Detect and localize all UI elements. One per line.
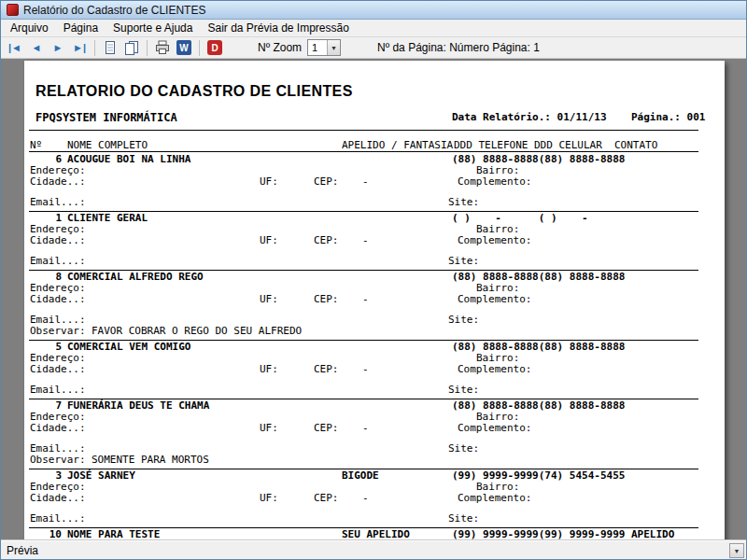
record-observar-row: Observar: SOMENTE PARA MORTOS (24, 455, 725, 466)
menu-arquivo[interactable]: Arquivo (3, 20, 56, 36)
label-cep: CEP: (314, 364, 339, 375)
previous-page-icon: ◄ (32, 43, 42, 53)
label-cidade: Cidade..: (30, 294, 86, 305)
record-cidade-row: Cidade..: UF: CEP: - Complemento: (24, 235, 725, 246)
next-page-icon: ► (53, 43, 63, 53)
zoom-select[interactable]: 1 ▼ (307, 39, 341, 56)
toolbar-separator (147, 40, 148, 56)
label-cep: CEP: (314, 235, 339, 246)
client-record: 7 FUNERÁRIA DEUS TE CHAMA (88) 8888-8888… (24, 400, 725, 469)
last-page-icon: ►| (73, 43, 86, 53)
status-label: Prévia (7, 544, 38, 557)
label-cidade: Cidade..: (30, 235, 86, 246)
column-header-divider (29, 151, 698, 152)
app-window: Relatório do Cadastro de CLIENTES Arquiv… (0, 0, 747, 560)
menu-bar: Arquivo Página Suporte e Ajuda Sair da P… (1, 20, 746, 37)
menu-suporte-e-ajuda[interactable]: Suporte e Ajuda (106, 20, 200, 36)
report-page: RELATORIO DO CADASTRO DE CLIENTES FPQSYS… (24, 61, 725, 540)
label-uf: UF: (260, 364, 278, 375)
record-nome: COMERCIAL VEM COMIGO (67, 342, 190, 353)
record-spacer (24, 434, 725, 443)
record-endereco-row: Endereço: Bairro: (24, 283, 725, 294)
first-page-button[interactable]: |◄ (5, 38, 25, 57)
label-cep: CEP: (314, 294, 339, 305)
chevron-down-icon: ▼ (327, 40, 340, 55)
record-nome: FUNERÁRIA DEUS TE CHAMA (67, 400, 209, 412)
column-contato: CONTATO (614, 139, 657, 151)
label-complemento: Complemento: (458, 235, 531, 246)
client-record: 1 CLIENTE GERAL ( ) - ( ) - Endereço: Ba… (24, 213, 725, 271)
label-uf: UF: (260, 294, 278, 305)
record-endereco-row: Endereço: Bairro: (24, 224, 725, 235)
client-record: 5 COMERCIAL VEM COMIGO (88) 8888-8888(88… (24, 342, 725, 399)
menu-pagina[interactable]: Página (56, 20, 106, 36)
multi-page-icon (124, 40, 139, 55)
pdf-export-icon: D (207, 40, 222, 55)
client-record: 10 NOME PARA TESTE SEU APELIDO (99) 9999… (24, 529, 725, 540)
title-bar: Relatório do Cadastro de CLIENTES (1, 1, 746, 20)
record-name-row: 6 ACOUGUE BOI NA LINHA (88) 8888-8888(88… (24, 154, 725, 165)
label-uf: UF: (260, 423, 278, 434)
next-page-button[interactable]: ► (48, 38, 68, 57)
status-bar: Prévia ▼ (1, 540, 746, 559)
toolbar: |◄ ◄ ► ►| W D Nº Zoom 1 ▼ Nº da Página: … (1, 37, 746, 59)
column-num: Nº (30, 139, 42, 151)
window-title: Relatório do Cadastro de CLIENTES (23, 4, 205, 17)
first-page-icon: |◄ (8, 43, 21, 53)
label-cep-dash: - (362, 176, 369, 188)
client-record: 3 JOSÉ SARNEY BIGODE (99) 9999-9999(74) … (24, 470, 725, 528)
report-page-number: Página.: 001 (631, 111, 705, 123)
record-cidade-row: Cidade..: UF: CEP: - Complemento: (24, 364, 725, 375)
label-cidade: Cidade..: (30, 423, 86, 434)
record-email-row: Email...: Site: (24, 385, 725, 396)
zoom-value: 1 (308, 40, 327, 55)
record-observar-value: FAVOR COBRAR O REGO DO SEU ALFREDO (92, 326, 302, 337)
record-name-row: 7 FUNERÁRIA DEUS TE CHAMA (88) 8888-8888… (24, 400, 725, 412)
label-observar: Observar: (30, 326, 86, 337)
record-endereco-row: Endereço: Bairro: (24, 412, 725, 423)
label-uf: UF: (260, 235, 278, 246)
export-word-button[interactable]: W (174, 38, 194, 57)
last-page-button[interactable]: ►| (69, 38, 90, 57)
record-nome: COMERCIAL ALFREDO REGO (67, 272, 204, 283)
label-complemento: Complemento: (458, 493, 531, 504)
column-telefone: DDD TELEFONE (454, 139, 528, 151)
status-dropdown-button[interactable]: ▼ (729, 543, 744, 558)
record-telefones: ( ) - ( ) - (452, 213, 588, 224)
label-site: Site: (448, 315, 479, 326)
record-cidade-row: Cidade..: UF: CEP: - Complemento: (24, 493, 725, 504)
record-name-row: 5 COMERCIAL VEM COMIGO (88) 8888-8888(88… (24, 342, 725, 353)
label-cidade: Cidade..: (30, 176, 86, 188)
record-nome: ACOUGUE BOI NA LINHA (67, 154, 190, 165)
label-site: Site: (448, 513, 479, 525)
record-spacer (24, 305, 725, 315)
previous-page-button[interactable]: ◄ (26, 38, 47, 57)
label-cep-dash: - (362, 294, 369, 305)
record-spacer (24, 246, 725, 256)
single-page-view-button[interactable] (100, 38, 120, 57)
preview-workspace[interactable]: RELATORIO DO CADASTRO DE CLIENTES FPQSYS… (1, 59, 746, 540)
label-cep-dash: - (362, 493, 369, 504)
column-nome: NOME COMPLETO (67, 139, 148, 151)
record-name-row: 3 JOSÉ SARNEY BIGODE (99) 9999-9999(74) … (24, 470, 725, 482)
record-list: 6 ACOUGUE BOI NA LINHA (88) 8888-8888(88… (24, 154, 725, 540)
page-info-text: Nº da Página: Número Página: 1 (377, 41, 540, 54)
label-observar: Observar: (30, 455, 86, 466)
word-export-icon: W (176, 40, 191, 55)
multi-page-view-button[interactable] (121, 38, 142, 57)
record-name-row: 1 CLIENTE GERAL ( ) - ( ) - (24, 213, 725, 224)
label-email: Email...: (30, 385, 86, 396)
export-pdf-button[interactable]: D (204, 38, 225, 57)
label-cidade: Cidade..: (30, 364, 86, 375)
client-record: 6 ACOUGUE BOI NA LINHA (88) 8888-8888(88… (24, 154, 725, 212)
print-button[interactable] (152, 38, 173, 57)
label-cidade: Cidade..: (30, 493, 86, 504)
label-site: Site: (448, 443, 479, 455)
label-cep: CEP: (314, 423, 339, 434)
label-cep: CEP: (314, 176, 339, 188)
company-name: FPQSYSTEM INFORMÁTICA (35, 111, 177, 124)
label-email: Email...: (30, 513, 86, 525)
label-site: Site: (448, 256, 479, 267)
menu-sair-da-previa[interactable]: Sair da Prévia de Impressão (200, 20, 356, 36)
zoom-label: Nº Zoom (258, 41, 302, 54)
